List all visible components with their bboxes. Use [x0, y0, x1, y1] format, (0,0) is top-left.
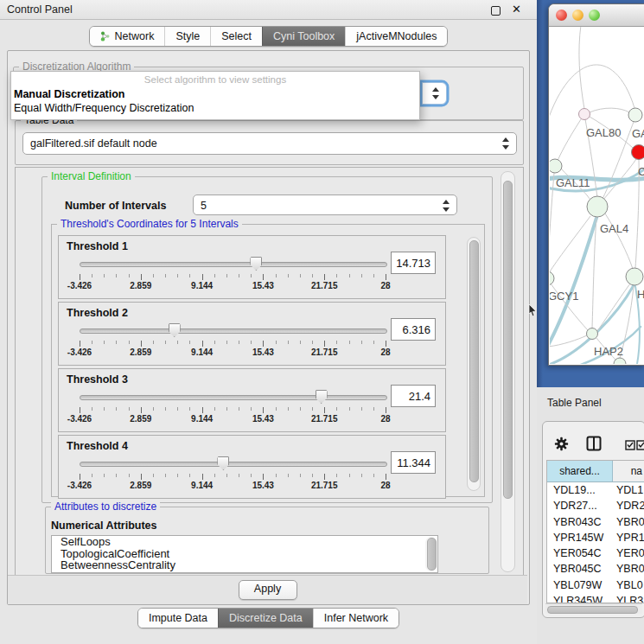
table-cell[interactable]: YPR1 [613, 530, 644, 545]
select-columns-icon[interactable] [625, 440, 644, 450]
slider-thumb[interactable] [316, 390, 328, 404]
network-node[interactable] [614, 358, 626, 364]
slider-track[interactable] [80, 395, 387, 400]
algorithm-combobox[interactable] [422, 82, 447, 105]
float-window-icon[interactable] [491, 6, 501, 16]
panel-scrollbar[interactable] [501, 171, 515, 572]
attributes-scrollbar[interactable] [425, 537, 437, 571]
network-canvas[interactable]: GAL80GACGAL11GAL4GCY1HHAP2 [550, 27, 644, 364]
split-columns-icon[interactable] [586, 436, 602, 451]
table-data-group: Table Data galFiltered.sif default node [15, 120, 524, 165]
gear-icon[interactable] [554, 437, 569, 451]
threshold-slider[interactable] [80, 390, 386, 404]
threshold-value-field[interactable]: 14.713 [391, 252, 436, 274]
thresholds-scrollbar[interactable] [467, 237, 481, 491]
algorithm-option[interactable]: Manual Discretization [11, 86, 419, 100]
tick-label: 15.43 [252, 481, 274, 490]
column-header[interactable]: na [613, 461, 644, 481]
table-horizontal-scrollbar[interactable] [545, 603, 642, 614]
combo-stepper-icon [432, 87, 440, 99]
minimize-traffic-light[interactable] [572, 10, 583, 21]
table-cell[interactable]: YER054C [547, 545, 613, 561]
threshold-value-field[interactable]: 6.316 [391, 318, 436, 341]
column-header[interactable]: shared... [547, 461, 613, 481]
attribute-list-item[interactable]: SelfLoops [52, 536, 437, 548]
table-row[interactable]: YBR043CYBR0 [547, 514, 644, 530]
table-row[interactable]: YBL079WYBL0 [547, 577, 644, 593]
table-row[interactable]: YBR045CYBR0 [547, 561, 644, 577]
major-tick [386, 407, 386, 413]
tab-style[interactable]: Style [164, 27, 210, 46]
major-tick [141, 341, 142, 347]
tab-jactivemnodules[interactable]: jActiveMNodules [345, 27, 447, 46]
table-row[interactable]: YLR345WYLR3 [547, 593, 644, 603]
threshold-slider[interactable] [80, 456, 386, 470]
table-cell[interactable]: YDL19... [547, 482, 613, 498]
major-tick [80, 474, 80, 480]
tab-infer-network[interactable]: Infer Network [313, 609, 399, 628]
table-row[interactable]: YPR145WYPR1 [547, 530, 644, 545]
scrollbar-thumb[interactable] [503, 181, 513, 499]
threshold-value-field[interactable]: 11.344 [391, 451, 436, 474]
attribute-list-item[interactable]: TopologicalCoefficient [52, 548, 437, 560]
threshold-slider[interactable] [80, 323, 386, 337]
table-cell[interactable]: YBR043C [547, 514, 613, 530]
tab-network[interactable]: Network [90, 27, 165, 46]
tab-cyni-toolbox[interactable]: Cyni Toolbox [262, 27, 345, 46]
tick-label: 28 [380, 348, 390, 357]
slider-track[interactable] [80, 262, 387, 267]
tab-impute-data[interactable]: Impute Data [138, 609, 218, 628]
table-cell[interactable]: YLR345W [547, 593, 613, 603]
network-node[interactable] [587, 328, 598, 340]
table-cell[interactable]: YPR145W [547, 530, 613, 545]
tick-label: 28 [380, 414, 390, 424]
table-cell[interactable]: YER0 [613, 545, 644, 561]
tick-label: 9.144 [191, 481, 213, 490]
table-cell[interactable]: YBL079W [547, 577, 613, 593]
scrollbar-thumb[interactable] [469, 240, 479, 482]
table-cell[interactable]: YBR045C [547, 561, 613, 577]
network-node[interactable] [550, 159, 562, 173]
slider-thumb[interactable] [217, 456, 229, 470]
apply-button[interactable]: Apply [239, 580, 297, 600]
threshold-value-field[interactable]: 21.4 [391, 385, 436, 407]
threshold-slider[interactable] [80, 257, 386, 271]
table-row[interactable]: YER054CYER0 [547, 545, 644, 561]
table-cell[interactable]: YDL1 [613, 482, 644, 498]
network-node[interactable] [579, 109, 590, 120]
tick-label: 2.859 [130, 281, 151, 290]
tab-select[interactable]: Select [210, 27, 262, 46]
thresholds-group: Threshold's Coordinates for 5 Intervals … [51, 224, 485, 497]
major-tick [324, 407, 325, 413]
tab-discretize-data[interactable]: Discretize Data [218, 609, 313, 628]
scrollbar-thumb[interactable] [427, 538, 437, 571]
network-node[interactable] [587, 196, 608, 217]
slider-thumb[interactable] [250, 257, 262, 271]
table-cell[interactable]: YBR0 [613, 514, 644, 530]
table-cell[interactable]: YLR3 [613, 593, 644, 603]
slider-tick-labels: -3.4262.8599.14415.4321.71528 [80, 281, 386, 291]
network-node[interactable] [632, 145, 644, 160]
zoom-traffic-light[interactable] [589, 10, 600, 21]
table-cell[interactable]: YDR2 [613, 498, 644, 513]
table-row[interactable]: YDR27...YDR2 [547, 498, 644, 513]
network-window-titlebar[interactable] [549, 4, 644, 27]
scrollbar-thumb[interactable] [547, 606, 638, 614]
close-icon[interactable]: ✕ [512, 3, 521, 16]
network-node[interactable] [628, 108, 642, 122]
slider-track[interactable] [80, 328, 387, 334]
table-cell[interactable]: YBR0 [613, 561, 644, 577]
number-of-intervals-combobox[interactable]: 5 [193, 194, 457, 215]
close-traffic-light[interactable] [556, 10, 567, 21]
table-row[interactable]: YDL19...YDL1 [547, 482, 644, 498]
table-cell[interactable]: YBL0 [613, 577, 644, 593]
table-panel: shared...na YDL19...YDL1YDR27...YDR2YBR0… [542, 421, 644, 618]
network-node[interactable] [626, 268, 643, 285]
slider-track[interactable] [80, 462, 387, 467]
table-cell[interactable]: YDR27... [547, 498, 613, 513]
table-data-combobox[interactable]: galFiltered.sif default node [22, 132, 517, 155]
attribute-list-item[interactable]: BetweennessCentrality [52, 559, 437, 571]
slider-thumb[interactable] [169, 323, 181, 337]
algorithm-option[interactable]: Equal Width/Frequency Discretization [11, 100, 419, 114]
network-node[interactable] [550, 271, 554, 285]
